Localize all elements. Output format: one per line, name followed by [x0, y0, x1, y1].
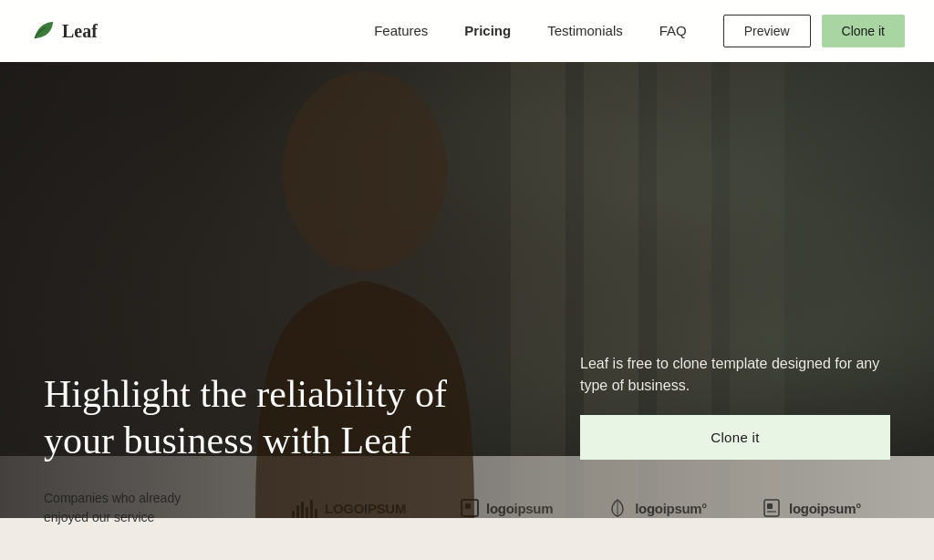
preview-button[interactable]: Preview	[723, 15, 811, 47]
nav-faq[interactable]: FAQ	[659, 23, 687, 38]
hero-description: Leaf is free to clone template designed …	[580, 353, 890, 397]
nav-features[interactable]: Features	[374, 23, 428, 38]
brand-name: Leaf	[62, 21, 98, 42]
nav-buttons: Preview Clone it	[723, 15, 905, 47]
hero-left: Highlight the reliability of your busine…	[44, 371, 580, 463]
logo-icon	[29, 18, 55, 44]
hero-section: Highlight the reliability of your busine…	[0, 62, 934, 518]
hero-title: Highlight the reliability of your busine…	[44, 371, 518, 463]
clone-nav-button[interactable]: Clone it	[822, 15, 905, 47]
logo[interactable]: Leaf	[29, 18, 98, 44]
nav-pricing[interactable]: Pricing	[464, 23, 511, 38]
hero-right: Leaf is free to clone template designed …	[580, 353, 890, 463]
clone-hero-button[interactable]: Clone it	[580, 415, 890, 460]
nav-testimonials[interactable]: Testimonials	[547, 23, 623, 38]
navbar: Leaf Features Pricing Testimonials FAQ P…	[0, 0, 934, 62]
nav-links: Features Pricing Testimonials FAQ	[374, 23, 687, 39]
hero-content: Highlight the reliability of your busine…	[0, 62, 934, 518]
